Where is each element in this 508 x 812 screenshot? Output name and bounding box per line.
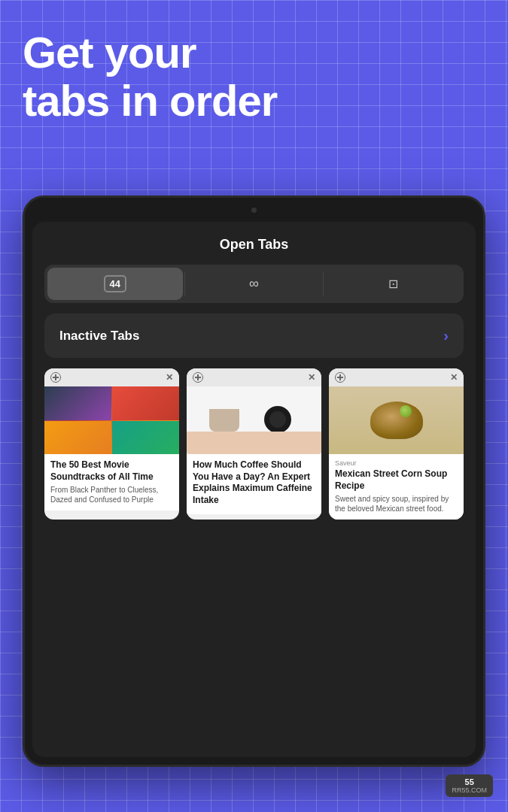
img-tile-3 — [44, 421, 111, 455]
hero-line2: tabs in order — [23, 77, 485, 125]
tab-card-2-image — [187, 386, 321, 454]
tab-card-2[interactable]: ✕ How Much Coffee Should You Have a Day?… — [187, 368, 321, 520]
tab-card-3-image — [329, 386, 464, 454]
tab-card-1-close[interactable]: ✕ — [166, 373, 173, 382]
tab-card-3-close[interactable]: ✕ — [450, 373, 458, 382]
coffee-inner — [269, 411, 286, 428]
tab-card-1-header: ✕ — [44, 368, 179, 386]
coffee-cup-left — [209, 409, 239, 432]
tab-card-1-image — [44, 386, 179, 454]
tab-card-3-source: Saveur — [335, 459, 458, 467]
tab-card-1[interactable]: ✕ The 50 Best Movie Soundtracks of All T… — [44, 368, 179, 520]
globe-icon-2 — [193, 372, 203, 383]
tab-cards-container: ✕ The 50 Best Movie Soundtracks of All T… — [44, 368, 464, 520]
tab-card-3-text: Saveur Mexican Street Corn Soup Recipe S… — [329, 454, 464, 520]
soup-bowl — [370, 401, 423, 439]
img-tile-2 — [112, 386, 179, 420]
tablet-top-bar — [25, 198, 483, 222]
tab-divider-2 — [323, 272, 324, 295]
tab-count-badge: 44 — [104, 275, 126, 292]
tablet-frame: Open Tabs 44 ∞ ⊡ Inactive Tabs › — [23, 195, 485, 767]
tablet-content: Open Tabs 44 ∞ ⊡ Inactive Tabs › — [32, 222, 476, 757]
hero-line1: Get your — [23, 29, 485, 77]
tab-card-3-header: ✕ — [329, 368, 464, 386]
coffee-hands — [187, 432, 321, 454]
infinity-icon: ∞ — [249, 276, 259, 292]
watermark: 55 RR55.COM — [446, 774, 493, 797]
tab-card-3-subtitle: Sweet and spicy soup, inspired by the be… — [335, 494, 458, 514]
tab-card-2-header: ✕ — [187, 368, 321, 386]
tab-card-2-close[interactable]: ✕ — [308, 373, 315, 382]
camera-dot — [251, 208, 257, 213]
img-tile-1 — [44, 386, 111, 420]
open-tabs-title: Open Tabs — [44, 237, 464, 253]
inactive-tabs-label: Inactive Tabs — [59, 329, 139, 344]
watermark-line1: 55 — [465, 777, 474, 786]
tab-button-count[interactable]: 44 — [47, 268, 183, 300]
tab-card-3[interactable]: ✕ Saveur Mexican Street Corn Soup Recipe… — [329, 368, 464, 520]
tab-card-1-text: The 50 Best Movie Soundtracks of All Tim… — [44, 454, 179, 511]
tab-card-3-title: Mexican Street Corn Soup Recipe — [335, 468, 458, 492]
tab-button-private[interactable]: ∞ — [187, 268, 322, 300]
tab-button-synced[interactable]: ⊡ — [325, 268, 461, 300]
watermark-line2: RR55.COM — [452, 786, 487, 794]
globe-icon-1 — [50, 372, 61, 383]
tab-card-1-title: The 50 Best Movie Soundtracks of All Tim… — [50, 459, 173, 483]
device-icon: ⊡ — [388, 277, 398, 291]
hero-text: Get your tabs in order — [23, 29, 485, 125]
img-tile-4 — [112, 421, 179, 455]
tab-card-2-text: How Much Coffee Should You Have a Day? A… — [187, 454, 321, 514]
tab-selector: 44 ∞ ⊡ — [44, 265, 464, 303]
tab-card-1-subtitle: From Black Panther to Clueless, Dazed an… — [50, 485, 173, 504]
coffee-cup-right — [264, 406, 291, 433]
globe-icon-3 — [335, 372, 345, 383]
inactive-tabs-row[interactable]: Inactive Tabs › — [44, 314, 464, 358]
tab-card-2-title: How Much Coffee Should You Have a Day? A… — [193, 459, 315, 506]
tab-divider-1 — [184, 272, 185, 295]
chevron-right-icon: › — [443, 327, 449, 344]
soup-lime — [400, 405, 412, 417]
